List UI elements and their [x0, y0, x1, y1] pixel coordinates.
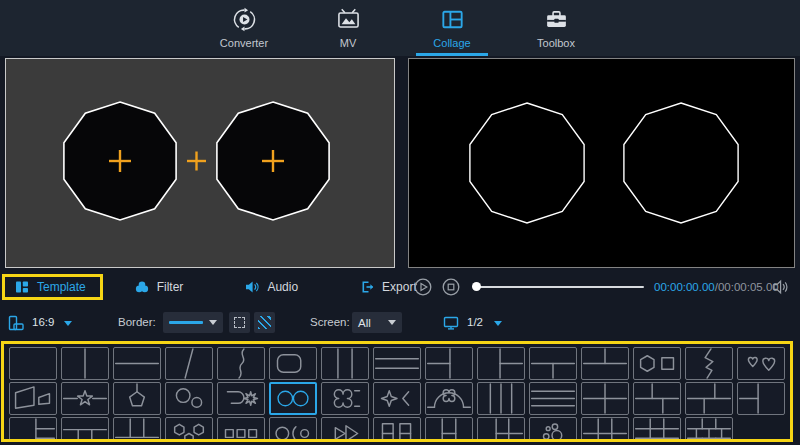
template-thumbnail-zigzag-split[interactable]	[685, 347, 733, 380]
nav-item-converter[interactable]: Converter	[208, 0, 280, 56]
stop-button[interactable]	[442, 278, 460, 296]
total-time: 00:00:05.00	[718, 281, 779, 293]
template-thumbnail-grid-3x3[interactable]	[633, 417, 681, 442]
nav-item-mv[interactable]: MV	[312, 0, 384, 56]
monitor-icon	[443, 315, 459, 331]
screen-dropdown[interactable]: All	[352, 312, 402, 333]
template-thumbnail-circle-lens-dot[interactable]	[269, 417, 317, 442]
tab-label-template: Template	[37, 280, 86, 294]
preview-cell-1	[470, 103, 584, 223]
dashed-square-icon	[234, 317, 245, 328]
template-row	[9, 417, 790, 442]
player-controls: 00:00:00.00/00:00:05.00	[408, 271, 800, 303]
template-thumbnail-pane-right-grid[interactable]	[477, 417, 525, 442]
preview-cell-2	[624, 103, 738, 223]
aspect-ratio-dropdown-caret[interactable]	[64, 321, 72, 326]
page-dropdown-caret[interactable]	[494, 321, 502, 326]
template-thumbnail-three-hexagons[interactable]	[165, 417, 213, 442]
stop-icon	[442, 278, 460, 296]
template-thumbnail-top-pane-three-columns[interactable]	[61, 417, 109, 442]
template-thumbnail-dome-clover[interactable]	[425, 382, 473, 415]
nav-label-collage: Collage	[433, 37, 470, 49]
template-thumbnail-single[interactable]	[9, 347, 57, 380]
nav-label-converter: Converter	[220, 37, 268, 49]
mv-icon	[336, 7, 361, 32]
template-thumbnail-star-split[interactable]	[61, 382, 109, 415]
template-thumbnail-four-rows[interactable]	[529, 382, 577, 415]
template-thumbnail-grid-offset-b[interactable]	[685, 382, 733, 415]
template-thumbnail-two-trapezoids[interactable]	[9, 382, 57, 415]
template-thumbnail-four-columns[interactable]	[477, 382, 525, 415]
border-style-dropdown[interactable]	[163, 312, 223, 333]
current-time: 00:00:00.00	[654, 281, 715, 293]
template-thumbnail-three-squares[interactable]	[217, 417, 265, 442]
template-thumbnail-two-rows[interactable]	[113, 347, 161, 380]
template-thumbnail-two-circles[interactable]	[269, 382, 317, 415]
template-icon	[15, 280, 29, 294]
template-thumbnail-left-split-right-big[interactable]	[737, 382, 785, 415]
seek-slider-knob[interactable]	[472, 282, 481, 291]
border-label: Border:	[118, 316, 156, 328]
border-dashed-button[interactable]	[229, 312, 250, 333]
template-thumbnail-bubbles[interactable]	[529, 417, 577, 442]
template-thumbnail-two-triangles[interactable]	[321, 417, 369, 442]
collage-icon	[440, 7, 465, 32]
template-thumbnail-three-columns[interactable]	[321, 347, 369, 380]
volume-button[interactable]	[772, 278, 790, 296]
export-icon	[360, 280, 374, 294]
seek-slider[interactable]	[474, 286, 644, 288]
template-row	[9, 347, 790, 380]
template-thumbnail-left-split-right-pane[interactable]	[425, 347, 473, 380]
page-indicator: 1/2	[467, 316, 483, 328]
tab-label-filter: Filter	[157, 280, 184, 294]
volume-icon	[772, 278, 790, 296]
template-thumbnail-three-rows[interactable]	[373, 347, 421, 380]
template-thumbnail-grid-offset-a[interactable]	[633, 382, 681, 415]
border-hatch-button[interactable]	[254, 312, 275, 333]
nav-label-mv: MV	[340, 37, 357, 49]
tab-filter[interactable]: Filter	[125, 275, 194, 299]
tab-audio[interactable]: Audio	[235, 275, 308, 299]
template-thumbnail-hexagon-square[interactable]	[633, 347, 681, 380]
border-dropdown-caret	[209, 320, 217, 325]
template-thumbnail-three-columns-bottom-pane[interactable]	[113, 417, 161, 442]
tab-label-audio: Audio	[267, 280, 298, 294]
template-thumbnail-two-circles-offset[interactable]	[165, 382, 213, 415]
template-thumbnail-clover-split[interactable]	[321, 382, 369, 415]
template-thumbnail-two-split-columns[interactable]	[373, 417, 421, 442]
template-thumbnail-grid-2x3[interactable]	[581, 417, 629, 442]
template-thumbnail-two-hearts[interactable]	[737, 347, 785, 380]
template-thumbnail-top-pane-bottom-split[interactable]	[529, 347, 577, 380]
template-thumbnail-rounded-gear[interactable]	[217, 382, 265, 415]
template-thumbnail-cross-bracket[interactable]	[373, 382, 421, 415]
template-row	[9, 382, 790, 415]
template-thumbnail-grid-brick[interactable]	[685, 417, 733, 442]
template-thumbnail-grid-2x2[interactable]	[581, 382, 629, 415]
nav-label-toolbox: Toolbox	[537, 37, 575, 49]
template-thumbnail-pane-right-three-rows[interactable]	[9, 417, 57, 442]
audio-icon	[245, 280, 259, 294]
template-thumbnail-top-split-bottom-pane[interactable]	[581, 347, 629, 380]
converter-icon	[232, 7, 257, 32]
play-button[interactable]	[414, 278, 432, 296]
template-thumbnail-curve-split[interactable]	[217, 347, 265, 380]
screen-dropdown-value: All	[358, 317, 371, 329]
active-tab-underline	[416, 53, 488, 56]
template-thumbnail-two-columns[interactable]	[61, 347, 109, 380]
template-thumbnail-rounded-inset[interactable]	[269, 347, 317, 380]
nav-item-collage[interactable]: Collage	[416, 0, 488, 56]
aspect-ratio-value[interactable]: 16:9	[32, 316, 54, 328]
preview-panel	[408, 58, 795, 268]
screen-dropdown-caret	[388, 320, 396, 325]
template-thumbnail-pentagon-split[interactable]	[113, 382, 161, 415]
template-thumbnail-center-grid[interactable]	[425, 417, 473, 442]
play-icon	[414, 278, 432, 296]
editor-tabbar: Template Filter Audio Export	[0, 271, 400, 303]
aspect-ratio-icon	[8, 315, 24, 331]
tab-template[interactable]: Template	[2, 274, 103, 300]
template-grid	[1, 341, 793, 442]
timecode: 00:00:00.00/00:00:05.00	[654, 281, 779, 293]
nav-item-toolbox[interactable]: Toolbox	[520, 0, 592, 56]
template-thumbnail-left-pane-right-split[interactable]	[477, 347, 525, 380]
template-thumbnail-diagonal-split[interactable]	[165, 347, 213, 380]
